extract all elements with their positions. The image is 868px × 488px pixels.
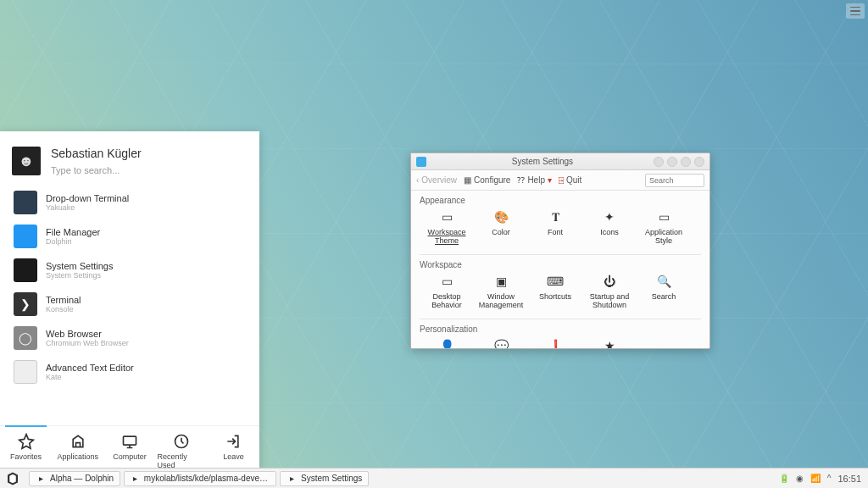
start-button[interactable] — [0, 469, 25, 488]
settings-item-font[interactable]: 𝐓Font — [528, 207, 582, 251]
applications-pref-icon: ★ — [600, 337, 619, 348]
battery-icon[interactable]: 🔋 — [779, 474, 789, 483]
window-maximize-button[interactable] — [667, 157, 677, 167]
window-title: System Settings — [431, 157, 654, 166]
window-titlebar[interactable]: System Settings — [411, 153, 709, 170]
chevron-left-icon: ‹ — [416, 175, 419, 185]
tray-expand-icon[interactable]: ^ — [827, 474, 832, 483]
font-icon: 𝐓 — [546, 208, 565, 227]
settings-item-regional-settings[interactable]: 💬Regional Settings — [474, 336, 528, 348]
configure-button[interactable]: ▦ Configure — [464, 175, 510, 185]
system-settings-window: System Settings ‹ Overview ▦ Configure ⁇… — [410, 152, 710, 349]
taskbar-task[interactable]: ▸System Settings — [280, 471, 369, 486]
taskbar-task[interactable]: ▸mykolab/lists/kde/plasma-devel – KM — [124, 471, 276, 486]
window-shade-button[interactable] — [681, 157, 691, 167]
folder-icon — [14, 225, 37, 248]
chevron-down-icon: ▾ — [548, 175, 552, 185]
shortcuts-icon: ⌨ — [546, 273, 565, 291]
section-appearance: Appearance — [420, 196, 701, 205]
settings-item-application-style[interactable]: ▭Application Style — [637, 207, 691, 251]
mail-icon: ▸ — [131, 474, 140, 484]
section-personalization: Personalization — [420, 324, 701, 334]
launcher-item-terminal-dropdown[interactable]: Drop-down TerminalYakuake — [0, 186, 259, 219]
help-button[interactable]: ⁇ Help ▾ — [517, 175, 552, 185]
system-tray: 🔋 ◉ 📶 ^ 16:51 — [772, 474, 868, 484]
wifi-icon[interactable]: 📶 — [810, 474, 821, 483]
settings-item-notification[interactable]: ❗Notification — [528, 336, 582, 348]
notification-icon: ❗ — [546, 337, 565, 348]
settings-item-icons[interactable]: ✦Icons — [582, 207, 637, 251]
settings-item-window-management[interactable]: ▣Window Management — [474, 271, 528, 315]
help-icon: ⁇ — [517, 175, 525, 185]
settings-item-startup-and-shutdown[interactable]: ⏻Startup and Shutdown — [582, 271, 637, 315]
launcher-favorites-list: Drop-down TerminalYakuake File ManagerDo… — [0, 184, 259, 425]
kde-logo-icon — [5, 471, 20, 486]
launcher-item-folder[interactable]: File ManagerDolphin — [0, 219, 259, 253]
clock[interactable]: 16:51 — [837, 474, 861, 484]
quit-icon: ⍈ — [559, 175, 564, 185]
user-name: Sebastian Kügler — [51, 147, 142, 160]
app-style-icon: ▭ — [654, 208, 673, 227]
text-editor-icon — [14, 360, 37, 384]
settings-item-shortcuts[interactable]: ⌨Shortcuts — [528, 271, 582, 315]
quit-button[interactable]: ⍈ Quit — [559, 175, 581, 185]
application-launcher: ☻ Sebastian Kügler Type to search... Dro… — [0, 131, 259, 474]
recent-icon — [172, 433, 191, 450]
network-icon[interactable]: ◉ — [796, 474, 804, 483]
configure-icon: ▦ — [464, 175, 471, 185]
launcher-item-settings[interactable]: System SettingsSystem Settings — [0, 253, 259, 287]
taskbar: ▸Alpha — Dolphin▸mykolab/lists/kde/plasm… — [0, 468, 868, 488]
applications-icon — [69, 433, 87, 450]
launcher-search-input[interactable]: Type to search... — [51, 165, 142, 175]
settings-item-color[interactable]: 🎨Color — [474, 207, 528, 251]
icons-icon: ✦ — [600, 208, 619, 227]
window-minimize-button[interactable] — [654, 157, 664, 167]
settings-item-workspace-theme[interactable]: ▭Workspace Theme — [420, 207, 474, 251]
settings-item-desktop-behavior[interactable]: ▭Desktop Behavior — [420, 271, 474, 315]
section-workspace: Workspace — [420, 260, 701, 269]
settings-icon — [14, 258, 37, 282]
account-icon: 👤 — [437, 337, 456, 348]
folder-icon: ▸ — [36, 474, 46, 484]
color-icon: 🎨 — [492, 208, 510, 227]
regional-icon: 💬 — [492, 337, 510, 348]
settings-body: Appearance▭Workspace Theme🎨Color𝐓Font✦Ic… — [411, 191, 709, 348]
terminal-dropdown-icon — [14, 191, 37, 214]
settings-icon: ▸ — [287, 474, 297, 484]
terminal-icon: ❯ — [14, 292, 37, 316]
launcher-header: ☻ Sebastian Kügler Type to search... — [0, 131, 259, 184]
workspace-theme-icon: ▭ — [437, 208, 456, 227]
settings-item-applications[interactable]: ★Applications — [582, 336, 637, 348]
taskbar-task[interactable]: ▸Alpha — Dolphin — [29, 471, 120, 486]
settings-search-input[interactable] — [645, 174, 704, 187]
computer-icon — [120, 433, 139, 450]
settings-item-search[interactable]: 🔍Search — [637, 271, 691, 315]
window-management-icon: ▣ — [492, 273, 510, 291]
launcher-item-browser[interactable]: ◯ Web BrowserChromium Web Browser — [0, 321, 259, 355]
window-close-button[interactable] — [694, 157, 704, 167]
settings-toolbar: ‹ Overview ▦ Configure ⁇ Help ▾ ⍈ Quit — [411, 170, 709, 191]
settings-item-account-details[interactable]: 👤Account Details — [420, 336, 474, 348]
overview-back-button[interactable]: ‹ Overview — [416, 175, 457, 185]
startup-icon: ⏻ — [600, 273, 619, 291]
star-icon — [17, 433, 36, 450]
launcher-item-terminal[interactable]: ❯ TerminalKonsole — [0, 287, 259, 321]
launcher-item-text-editor[interactable]: Advanced Text EditorKate — [0, 355, 259, 389]
browser-icon: ◯ — [14, 326, 37, 350]
leave-icon — [224, 433, 242, 450]
desktop-behavior-icon: ▭ — [437, 273, 456, 291]
window-app-icon — [416, 157, 426, 167]
svg-rect-0 — [124, 436, 136, 445]
desktop-menu-button[interactable] — [846, 3, 865, 19]
search-icon: 🔍 — [654, 273, 673, 291]
avatar[interactable]: ☻ — [12, 147, 41, 175]
